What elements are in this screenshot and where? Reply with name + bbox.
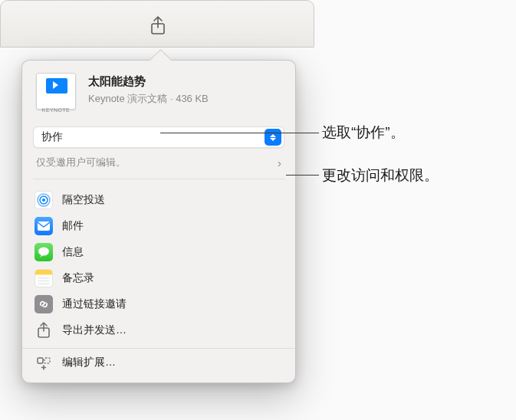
callout-select-mode: 选取“协作”。 <box>322 123 405 143</box>
document-meta: Keynote 演示文稿 · 436 KB <box>88 92 209 106</box>
permissions-summary: 仅受邀用户可编辑。 <box>36 156 126 169</box>
messages-icon <box>35 243 53 261</box>
share-item-invite-link[interactable]: 通过链接邀请 <box>33 291 284 317</box>
airdrop-icon <box>35 191 53 209</box>
share-item-airdrop[interactable]: 隔空投送 <box>33 187 284 213</box>
svg-point-1 <box>42 199 45 202</box>
share-item-label: 备忘录 <box>62 271 94 285</box>
share-item-export-send[interactable]: 导出并发送… <box>33 317 284 343</box>
share-item-label: 信息 <box>62 245 84 259</box>
link-icon <box>35 295 53 313</box>
extensions-icon <box>35 353 53 372</box>
callout-line-permissions <box>286 175 319 176</box>
svg-rect-6 <box>35 270 52 274</box>
share-item-label: 邮件 <box>62 219 84 233</box>
svg-point-5 <box>38 248 49 256</box>
collaboration-mode-select[interactable]: 协作 <box>33 126 284 148</box>
share-item-label: 导出并发送… <box>62 323 127 337</box>
share-destination-list: 隔空投送 邮件 信息 备忘录 通过链接邀请 <box>22 179 295 349</box>
document-thumbnail: KEYNOTE <box>36 73 77 114</box>
document-header: KEYNOTE 太阳能趋势 Keynote 演示文稿 · 436 KB <box>22 73 295 123</box>
share-toolbar-button[interactable] <box>146 15 169 38</box>
notes-icon <box>35 269 53 287</box>
share-item-label: 隔空投送 <box>62 193 105 207</box>
dropdown-stepper-icon <box>265 129 281 146</box>
svg-rect-12 <box>44 358 50 363</box>
svg-rect-4 <box>38 221 50 231</box>
edit-extensions-label: 编辑扩展… <box>62 356 116 369</box>
document-title: 太阳能趋势 <box>88 74 209 89</box>
callout-permissions: 更改访问和权限。 <box>322 166 439 185</box>
permissions-row[interactable]: 仅受邀用户可编辑。 › <box>33 156 284 179</box>
share-item-messages[interactable]: 信息 <box>33 239 284 265</box>
toolbar <box>0 0 314 48</box>
share-item-label: 通过链接邀请 <box>62 297 127 311</box>
share-popover: KEYNOTE 太阳能趋势 Keynote 演示文稿 · 436 KB 协作 仅… <box>21 60 296 383</box>
callout-line-select <box>160 133 319 133</box>
chevron-right-icon: › <box>278 156 281 169</box>
export-icon <box>35 321 53 340</box>
share-icon <box>150 16 166 36</box>
svg-rect-11 <box>38 358 43 363</box>
edit-extensions[interactable]: 编辑扩展… <box>22 349 295 376</box>
share-item-notes[interactable]: 备忘录 <box>33 265 284 291</box>
thumb-badge: KEYNOTE <box>36 107 76 113</box>
share-item-mail[interactable]: 邮件 <box>33 213 284 239</box>
mail-icon <box>35 217 53 235</box>
